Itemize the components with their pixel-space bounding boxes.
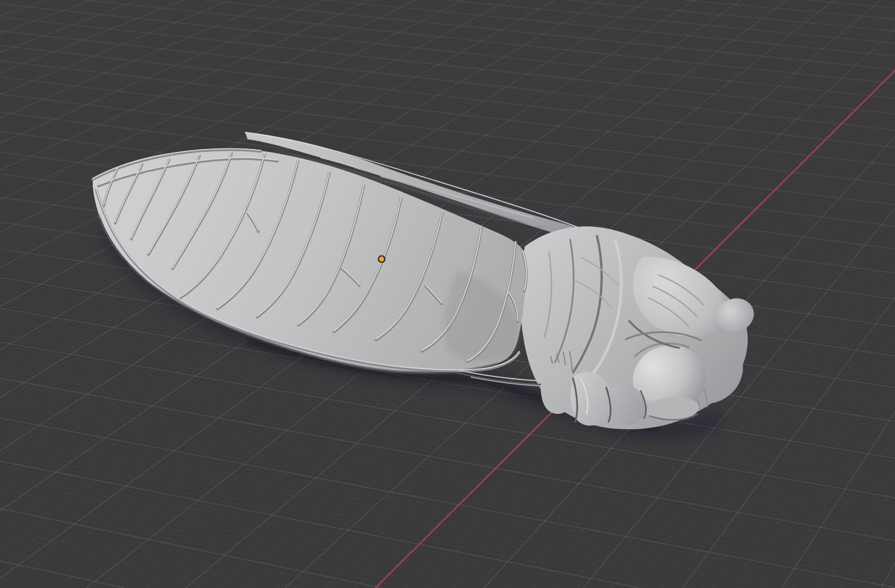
3d-viewport[interactable] <box>0 0 895 588</box>
object-origin-indicator[interactable] <box>378 256 384 262</box>
leg-rear <box>541 363 576 414</box>
viewport-canvas <box>0 0 895 588</box>
